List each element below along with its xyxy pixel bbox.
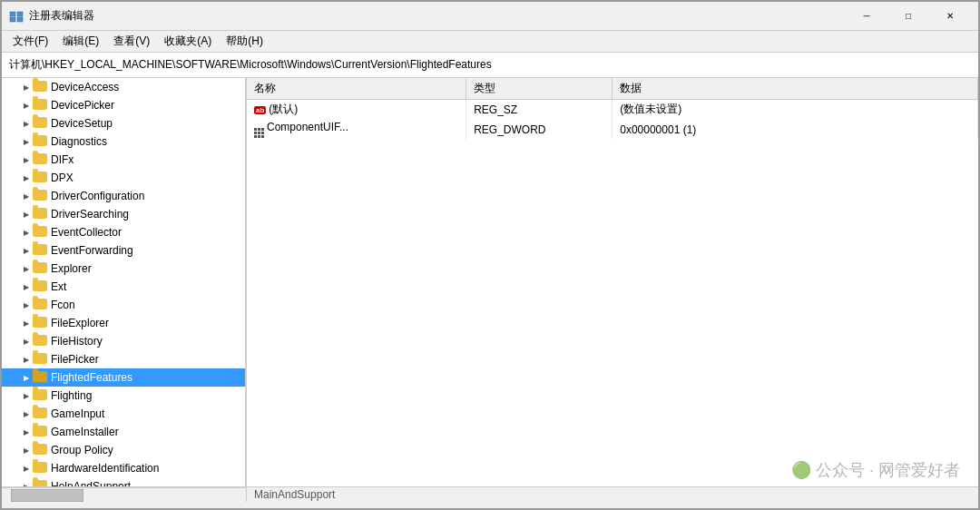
tree-item-GameInput[interactable]: ▶GameInput	[2, 405, 245, 423]
tree-item-Explorer[interactable]: ▶Explorer	[2, 260, 245, 278]
folder-icon	[33, 280, 47, 293]
menu-item-favorites[interactable]: 收藏夹(A)	[157, 32, 219, 51]
tree-item-label: Ext	[51, 280, 66, 293]
table-row[interactable]: ComponentUIF...REG_DWORD0x00000001 (1)	[247, 119, 978, 140]
expand-arrow-icon[interactable]: ▶	[20, 208, 33, 221]
tree-item-GroupPolicy[interactable]: ▶Group Policy	[2, 441, 245, 459]
expand-arrow-icon[interactable]: ▶	[20, 407, 33, 420]
expand-arrow-icon[interactable]: ▶	[20, 244, 33, 257]
tree-item-FlightedFeatures[interactable]: ▶FlightedFeatures	[2, 368, 245, 387]
tree-item-EventCollector[interactable]: ▶EventCollector	[2, 223, 245, 241]
address-bar: 计算机\HKEY_LOCAL_MACHINE\SOFTWARE\Microsof…	[2, 53, 978, 78]
folder-icon	[33, 480, 47, 486]
folder-icon	[33, 117, 47, 130]
folder-icon	[33, 190, 47, 202]
reg-name-text: ComponentUIF...	[267, 121, 348, 133]
expand-arrow-icon[interactable]: ▶	[20, 317, 33, 329]
expand-arrow-icon[interactable]: ▶	[20, 371, 33, 384]
expand-arrow-icon[interactable]: ▶	[20, 480, 33, 486]
expand-arrow-icon[interactable]: ▶	[20, 353, 33, 366]
col-name: 名称	[247, 78, 466, 100]
tree-item-DPX[interactable]: ▶DPX	[2, 169, 245, 187]
scrollbar-thumb[interactable]	[11, 489, 83, 502]
tree-item-FileExplorer[interactable]: ▶FileExplorer	[2, 314, 245, 332]
expand-arrow-icon[interactable]: ▶	[20, 153, 33, 166]
expand-arrow-icon[interactable]: ▶	[20, 172, 33, 184]
tree-item-FileHistory[interactable]: ▶FileHistory	[2, 332, 245, 350]
tree-item-label: HelpAndSupport	[51, 480, 131, 486]
tree-item-DriverConfiguration[interactable]: ▶DriverConfiguration	[2, 187, 245, 205]
expand-arrow-icon[interactable]: ▶	[20, 190, 33, 202]
tree-item-DevicePicker[interactable]: ▶DevicePicker	[2, 96, 245, 114]
expand-arrow-icon[interactable]: ▶	[20, 299, 33, 311]
expand-arrow-icon[interactable]: ▶	[20, 462, 33, 475]
tree-item-label: HardwareIdentification	[51, 462, 159, 475]
tree-item-Diagnostics[interactable]: ▶Diagnostics	[2, 132, 245, 151]
tree-item-DriverSearching[interactable]: ▶DriverSearching	[2, 205, 245, 223]
expand-arrow-icon[interactable]: ▶	[20, 135, 33, 148]
maximize-button[interactable]: □	[887, 2, 929, 31]
horizontal-scrollbar[interactable]	[2, 487, 247, 502]
expand-arrow-icon[interactable]: ▶	[20, 444, 33, 456]
tree-item-label: Group Policy	[51, 444, 113, 456]
svg-rect-0	[10, 12, 15, 16]
folder-icon	[33, 153, 47, 166]
tree-item-DeviceAccess[interactable]: ▶DeviceAccess	[2, 78, 245, 96]
expand-arrow-icon[interactable]: ▶	[20, 81, 33, 93]
folder-icon	[33, 444, 47, 456]
expand-arrow-icon[interactable]: ▶	[20, 389, 33, 402]
tree-item-label: DeviceAccess	[51, 81, 119, 93]
tree-item-label: FlightedFeatures	[51, 371, 132, 384]
table-row[interactable]: ab(默认)REG_SZ(数值未设置)	[247, 100, 978, 120]
menu-item-file[interactable]: 文件(F)	[5, 32, 55, 51]
status-text: MainAndSupport	[254, 488, 335, 501]
reg-data-cell: (数值未设置)	[612, 100, 978, 120]
folder-icon	[33, 462, 47, 475]
svg-rect-1	[17, 12, 23, 16]
folder-icon	[33, 208, 47, 221]
col-type: 类型	[466, 78, 612, 100]
tree-item-label: EventForwarding	[51, 244, 133, 257]
tree-panel[interactable]: ▶DeviceAccess▶DevicePicker▶DeviceSetup▶D…	[2, 78, 247, 486]
tree-item-Fcon[interactable]: ▶Fcon	[2, 296, 245, 314]
tree-item-FilePicker[interactable]: ▶FilePicker	[2, 350, 245, 368]
detail-panel[interactable]: 名称 类型 数据 ab(默认)REG_SZ(数值未设置)ComponentUIF…	[247, 78, 978, 486]
tree-item-label: DriverSearching	[51, 208, 129, 221]
tree-item-HelpAndSupport[interactable]: ▶HelpAndSupport	[2, 477, 245, 486]
expand-arrow-icon[interactable]: ▶	[20, 117, 33, 130]
expand-arrow-icon[interactable]: ▶	[20, 335, 33, 348]
tree-item-label: DeviceSetup	[51, 117, 113, 130]
expand-arrow-icon[interactable]: ▶	[20, 99, 33, 112]
tree-item-Ext[interactable]: ▶Ext	[2, 278, 245, 296]
tree-item-EventForwarding[interactable]: ▶EventForwarding	[2, 241, 245, 260]
app-icon	[9, 9, 24, 24]
tree-item-GameInstaller[interactable]: ▶GameInstaller	[2, 423, 245, 441]
address-text: 计算机\HKEY_LOCAL_MACHINE\SOFTWARE\Microsof…	[9, 57, 492, 73]
folder-icon	[33, 99, 47, 112]
app-window: 注册表编辑器 ─ □ ✕ 文件(F)编辑(E)查看(V)收藏夹(A)帮助(H) …	[0, 0, 980, 510]
expand-arrow-icon[interactable]: ▶	[20, 280, 33, 293]
bottom-bar: MainAndSupport	[2, 486, 978, 501]
tree-item-HardwareIdentification[interactable]: ▶HardwareIdentification	[2, 459, 245, 477]
menu-item-view[interactable]: 查看(V)	[106, 32, 157, 51]
reg-name-cell: ComponentUIF...	[247, 119, 466, 140]
expand-arrow-icon[interactable]: ▶	[20, 262, 33, 275]
menu-bar: 文件(F)编辑(E)查看(V)收藏夹(A)帮助(H)	[2, 31, 978, 53]
menu-item-edit[interactable]: 编辑(E)	[55, 32, 106, 51]
tree-item-Flighting[interactable]: ▶Flighting	[2, 387, 245, 405]
tree-item-DeviceSetup[interactable]: ▶DeviceSetup	[2, 114, 245, 132]
menu-item-help[interactable]: 帮助(H)	[219, 32, 270, 51]
folder-icon	[33, 172, 47, 184]
folder-icon	[33, 353, 47, 366]
expand-arrow-icon[interactable]: ▶	[20, 226, 33, 239]
minimize-button[interactable]: ─	[846, 2, 887, 31]
tree-item-label: DriverConfiguration	[51, 190, 144, 202]
expand-arrow-icon[interactable]: ▶	[20, 426, 33, 438]
tree-item-label: Explorer	[51, 262, 92, 275]
tree-item-label: FileHistory	[51, 335, 103, 348]
tree-item-DIFx[interactable]: ▶DIFx	[2, 151, 245, 169]
close-button[interactable]: ✕	[929, 2, 971, 31]
tree-item-label: FilePicker	[51, 353, 99, 366]
tree-item-label: Flighting	[51, 389, 92, 402]
folder-icon	[33, 262, 47, 275]
